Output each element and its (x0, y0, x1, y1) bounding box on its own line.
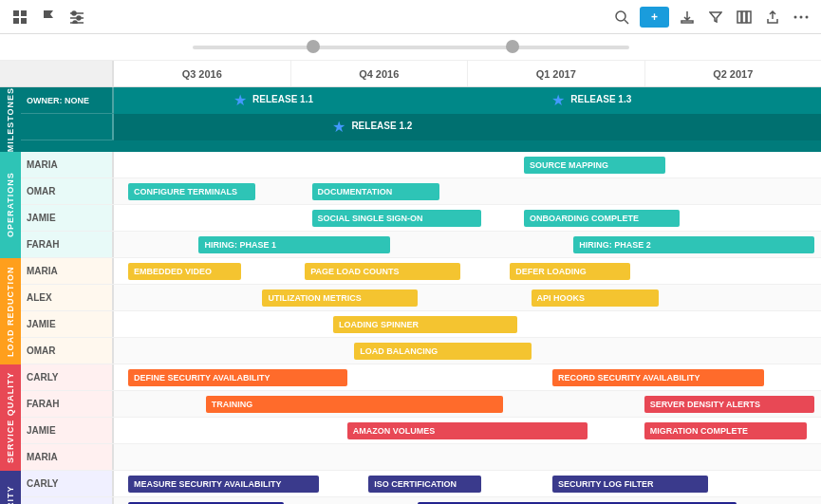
quarter-q2-2017: Q2 2017 (645, 61, 822, 86)
flag-icon[interactable] (38, 7, 59, 28)
sq-bar-record[interactable]: RECORD SECURITY AVAILABILITY (552, 369, 765, 386)
load-bar-pageload[interactable]: PAGE LOAD COUNTS (305, 263, 460, 280)
operations-rows: MARIA SOURCE MAPPING OMAR CONFIGURE TERM… (21, 152, 821, 258)
sq-row-maria: MARIA (21, 444, 821, 471)
slider-track[interactable] (193, 46, 629, 49)
milestone-row-2: ★ RELEASE 1.2 (21, 114, 821, 140)
load-bar-api[interactable]: API HOOKS (532, 289, 659, 307)
milestones-section: MILESTONES OWNER: NONE ★ RELEASE 1.1 ★ R… (0, 87, 821, 152)
load-row-omar: OMAR LOAD BALANCING (21, 338, 821, 364)
sq-bar-migration[interactable]: MIGRATION COMPLETE (644, 422, 807, 439)
load-label: LOAD REDUCTION (0, 258, 21, 364)
ops-bar-sso[interactable]: SOCIAL SINGLE SIGN-ON (312, 210, 482, 227)
ops-bar-source-mapping[interactable]: SOURCE MAPPING (524, 157, 665, 174)
sq-rows: CARLY DEFINE SECURITY AVAILABILITY RECOR… (21, 364, 821, 471)
quarter-q4-2016: Q4 2016 (291, 61, 469, 86)
sec-row-maria: MARIA EMPLOYEE TRAINING PASSWORD STRENGT… (21, 497, 821, 504)
sq-timeline-farah: TRAINING SERVER DENSITY ALERTS (114, 391, 821, 417)
add-button[interactable]: + (640, 7, 669, 28)
load-timeline-alex: UTILIZATION METRICS API HOOKS (114, 285, 821, 310)
sq-bar-amazon[interactable]: AMAZON VOLUMES (347, 422, 588, 439)
ops-bar-configure[interactable]: CONFIGURE TERMINALS (128, 183, 255, 200)
load-name-omar: OMAR (21, 338, 114, 364)
svg-rect-1 (21, 10, 27, 16)
sq-bar-training[interactable]: TRAINING (206, 396, 503, 413)
ops-bar-onboarding[interactable]: ONBOARDING COMPLETE (524, 210, 680, 227)
svg-point-5 (72, 11, 76, 15)
ops-bar-hiring1[interactable]: HIRING: PHASE 1 (198, 236, 389, 253)
sq-bar-define[interactable]: DEFINE SECURITY AVAILABILITY (128, 369, 347, 386)
sec-timeline-maria: EMPLOYEE TRAINING PASSWORD STRENGTH CONT… (114, 497, 821, 504)
grid-icon[interactable] (9, 7, 30, 28)
milestone-text-2: RELEASE 1.2 (351, 121, 412, 131)
toolbar-right: + (611, 7, 812, 28)
operations-section: OPERATIONS MARIA SOURCE MAPPING OMAR CON… (0, 152, 821, 258)
timeline-slider[interactable] (0, 34, 821, 61)
sq-label: SERVICE QUALITY (0, 364, 21, 471)
sq-bar-server[interactable]: SERVER DENSITY ALERTS (644, 396, 814, 413)
ops-bar-hiring2[interactable]: HIRING: PHASE 2 (573, 236, 813, 253)
sq-name-maria: MARIA (21, 444, 114, 470)
svg-rect-14 (742, 11, 746, 23)
load-bar-balancing[interactable]: LOAD BALANCING (354, 343, 531, 360)
operations-label: OPERATIONS (0, 152, 21, 258)
milestone-timeline-2: ★ RELEASE 1.2 (114, 114, 821, 140)
ops-name-jamie: JAMIE (21, 205, 114, 231)
sec-bar-measure[interactable]: MEASURE SECURITY AVAILABILITY (128, 476, 319, 493)
svg-point-7 (77, 16, 81, 20)
security-section: SECURITY CARLY MEASURE SECURITY AVAILABI… (0, 471, 821, 504)
security-label: SECURITY (0, 471, 21, 504)
toolbar: + (0, 0, 821, 34)
more-icon[interactable] (791, 7, 812, 28)
load-bar-embedded[interactable]: EMBEDDED VIDEO (128, 263, 241, 280)
svg-rect-13 (737, 11, 741, 23)
milestone-text-3: RELEASE 1.3 (570, 94, 631, 104)
slider-thumb-left[interactable] (307, 40, 320, 53)
ops-timeline-jamie: SOCIAL SINGLE SIGN-ON ONBOARDING COMPLET… (114, 205, 821, 231)
load-bar-spinner[interactable]: LOADING SPINNER (333, 316, 517, 333)
ops-timeline-omar: CONFIGURE TERMINALS DOCUMENTATION (114, 178, 821, 204)
load-section: LOAD REDUCTION MARIA EMBEDDED VIDEO PAGE… (0, 258, 821, 364)
download-icon[interactable] (677, 7, 698, 28)
load-row-maria: MARIA EMBEDDED VIDEO PAGE LOAD COUNTS DE… (21, 258, 821, 285)
export-icon[interactable] (762, 7, 783, 28)
svg-point-16 (794, 15, 797, 18)
sliders-icon[interactable] (66, 7, 87, 28)
columns-icon[interactable] (734, 7, 755, 28)
sq-row-carly: CARLY DEFINE SECURITY AVAILABILITY RECOR… (21, 364, 821, 391)
svg-point-17 (800, 15, 803, 18)
ops-row-farah: FARAH HIRING: PHASE 1 HIRING: PHASE 2 (21, 232, 821, 258)
milestone-star-2: ★ (332, 118, 345, 136)
ops-bar-documentation[interactable]: DOCUMENTATION (312, 183, 439, 200)
svg-point-18 (806, 15, 809, 18)
slider-thumb-right[interactable] (506, 40, 519, 53)
load-row-jamie: JAMIE LOADING SPINNER (21, 311, 821, 338)
sec-bar-iso[interactable]: ISO CERTIFICATION (368, 476, 481, 493)
load-name-maria: MARIA (21, 258, 114, 284)
search-icon[interactable] (611, 7, 632, 28)
milestone-row: OWNER: NONE ★ RELEASE 1.1 ★ RELEASE 1.3 (21, 87, 821, 114)
milestone-owner: OWNER: NONE (21, 87, 114, 113)
milestone-text-1: RELEASE 1.1 (252, 94, 313, 104)
sec-bar-seclog[interactable]: SECURITY LOG FILTER (552, 476, 708, 493)
sq-name-farah: FARAH (21, 391, 114, 417)
sec-row-carly: CARLY MEASURE SECURITY AVAILABILITY ISO … (21, 471, 821, 497)
svg-rect-0 (13, 10, 19, 16)
sq-timeline-carly: DEFINE SECURITY AVAILABILITY RECORD SECU… (114, 364, 821, 390)
sq-name-carly: CARLY (21, 364, 114, 390)
svg-rect-3 (21, 18, 27, 24)
quarter-q3-2016: Q3 2016 (114, 61, 291, 86)
ops-name-farah: FARAH (21, 232, 114, 257)
milestone-star-3: ★ (551, 91, 565, 109)
ops-timeline-farah: HIRING: PHASE 1 HIRING: PHASE 2 (114, 232, 821, 257)
load-bar-defer[interactable]: DEFER LOADING (510, 263, 630, 280)
filter-icon[interactable] (705, 7, 726, 28)
load-bar-utilization[interactable]: UTILIZATION METRICS (262, 289, 418, 307)
sec-name-maria: MARIA (21, 497, 114, 504)
quarter-q1-2017: Q1 2017 (468, 61, 645, 86)
sq-timeline-maria (114, 444, 821, 470)
ops-row-maria: MARIA SOURCE MAPPING (21, 152, 821, 178)
ops-timeline-maria: SOURCE MAPPING (114, 152, 821, 177)
sq-timeline-jamie: AMAZON VOLUMES MIGRATION COMPLETE (114, 418, 821, 443)
toolbar-left (9, 7, 87, 28)
